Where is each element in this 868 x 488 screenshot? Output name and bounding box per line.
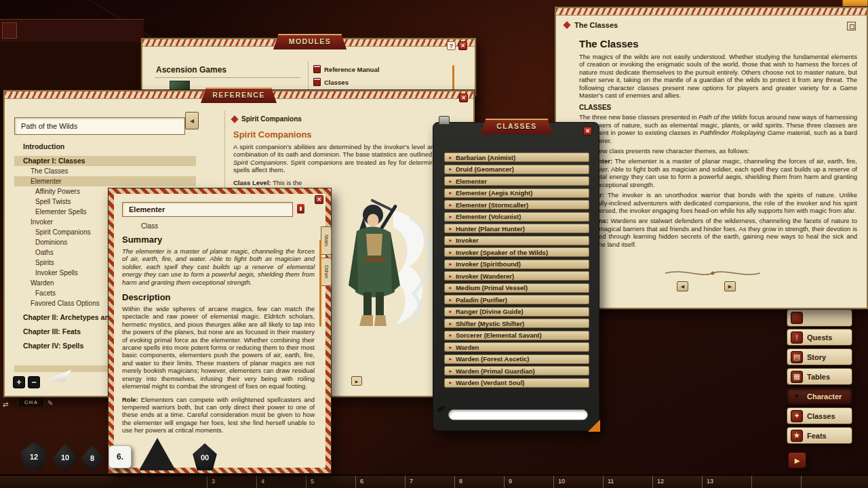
window-control-icon[interactable] xyxy=(847,22,856,30)
arrow-right-icon: ▶ xyxy=(795,457,800,464)
play-button[interactable]: ▶ xyxy=(351,376,362,386)
help-button[interactable]: ? xyxy=(447,41,456,50)
hotkey-slot[interactable]: 11 xyxy=(603,476,652,488)
class-list-item[interactable]: ►Warden (Forest Ascetic) xyxy=(444,354,589,364)
class-list-item[interactable]: ►Barbarian (Animist) xyxy=(444,152,589,162)
link-arrow-icon: ► xyxy=(448,214,453,219)
book-title-box[interactable]: Path of the Wilds xyxy=(14,117,185,135)
pencil-icon[interactable]: ✎ xyxy=(47,399,53,407)
hotkey-slot[interactable]: 4 xyxy=(256,476,306,488)
module-item[interactable]: Reference Manual xyxy=(313,65,379,73)
link-arrow-icon: ► xyxy=(448,321,453,326)
zoom-out-button[interactable]: − xyxy=(28,376,40,388)
record-title-box[interactable]: Elementer xyxy=(122,202,293,217)
class-list-item-label: Invoker (Wanderer) xyxy=(456,272,514,280)
sidebar-item-quests[interactable]: !Quests xyxy=(787,329,852,346)
scrollbar[interactable] xyxy=(452,65,454,92)
hotkey-slot[interactable]: 13 xyxy=(702,476,751,488)
module-item[interactable]: Classes xyxy=(313,78,349,86)
class-list-item[interactable]: ►Ranger (Divine Guide) xyxy=(444,307,589,317)
link-arrow-icon: ► xyxy=(448,274,453,279)
elementer-window[interactable]: ✕ Elementer Class Main Other Summary The… xyxy=(108,188,331,473)
swap-arrows-icon[interactable]: ⇄ xyxy=(3,401,8,408)
class-list-item[interactable]: ►Invoker (Spiritbound) xyxy=(444,260,589,269)
collapse-sidebar-button[interactable]: ◀ xyxy=(185,112,199,129)
hotkey-number: 7 xyxy=(410,478,413,485)
d6-die[interactable]: 6. xyxy=(108,445,132,468)
class-list-item[interactable]: ►Invoker xyxy=(444,236,589,245)
lock-icon[interactable] xyxy=(297,204,304,214)
class-list-item[interactable]: ►Druid (Geomancer) xyxy=(444,165,589,174)
class-list-item-label: Shifter (Mystic Shifter) xyxy=(456,320,524,327)
hotkey-slot[interactable]: 9 xyxy=(504,476,553,488)
sidebar-more-button[interactable]: ▶ xyxy=(788,452,806,468)
d4-die[interactable] xyxy=(139,438,176,472)
link-arrow-icon: ► xyxy=(448,167,453,171)
module-thumbnail[interactable] xyxy=(170,81,190,91)
scrollbar[interactable] xyxy=(319,240,321,327)
class-list-item[interactable]: ►Elementer (Aegis Knight) xyxy=(444,188,589,198)
sidebar-item-character[interactable]: ▼Character xyxy=(787,388,852,405)
hotkey-slot[interactable] xyxy=(751,476,801,488)
link-arrow-icon: ► xyxy=(448,309,453,314)
classes-list-window[interactable]: CLASSES ✕ ►Barbarian (Animist) ►Druid (G… xyxy=(433,122,599,431)
the-classes-window[interactable]: The Classes The Classes The magics of th… xyxy=(555,7,868,309)
nav-item-introduction[interactable]: Introduction xyxy=(14,142,196,152)
d8-die[interactable]: 8 xyxy=(80,445,104,472)
close-icon[interactable]: ✕ xyxy=(583,127,592,136)
page-next-button[interactable]: ▶ xyxy=(724,281,736,291)
close-icon[interactable]: ✕ xyxy=(459,94,468,102)
nav-item-chapter-1[interactable]: Chapter I: Classes xyxy=(14,156,196,166)
class-list-item[interactable]: ►Warden (Verdant Soul) xyxy=(444,378,589,388)
page-prev-button[interactable]: ◀ xyxy=(677,281,688,291)
class-list-item[interactable]: ►Medium (Primal Vessel) xyxy=(444,283,589,293)
hotkey-slot[interactable]: 12 xyxy=(652,476,702,488)
tab-main[interactable]: Main xyxy=(321,226,332,255)
sidebar-item-classes[interactable]: ✦Classes xyxy=(787,407,852,424)
sidebar-item-hidden[interactable] xyxy=(787,309,852,327)
class-list-item[interactable]: ►Hunter (Planar Hunter) xyxy=(444,224,589,233)
class-list-item[interactable]: ►Warden xyxy=(444,342,589,352)
close-icon[interactable]: ✕ xyxy=(458,41,467,50)
chat-window-tab[interactable]: CHA xyxy=(18,396,45,407)
d10-die[interactable]: 10 xyxy=(52,443,79,472)
modules-window[interactable]: MODULES ? ✕ Ascension Games Reference Ma… xyxy=(141,38,476,96)
class-list-item[interactable]: ►Elementer (Stormcaller) xyxy=(444,200,589,209)
tab-other[interactable]: Other xyxy=(321,258,332,286)
hotkey-slot[interactable]: 5 xyxy=(306,476,355,488)
d100-die[interactable]: 00 xyxy=(192,443,218,472)
book-title: Path of the Wilds xyxy=(21,122,77,130)
window-titlebar[interactable]: The Classes xyxy=(564,21,618,29)
sidebar-item-feats[interactable]: ★Feats xyxy=(787,427,852,444)
link-arrow-icon: ► xyxy=(448,333,453,338)
zoom-in-button[interactable]: + xyxy=(13,376,25,388)
close-icon[interactable]: ✕ xyxy=(315,195,323,204)
hotkey-slot[interactable]: 10 xyxy=(553,476,603,488)
class-list-item[interactable]: ►Warden (Primal Guardian) xyxy=(444,366,589,375)
hotkey-slot[interactable] xyxy=(801,476,850,488)
class-list-item[interactable]: ►Shifter (Mystic Shifter) xyxy=(444,319,589,328)
hotkey-number: 4 xyxy=(261,478,264,485)
nav-item-selected[interactable]: Elementer xyxy=(14,176,196,186)
class-list-item[interactable]: ►Elementer (Volcanist) xyxy=(444,212,589,222)
hotkey-slot[interactable]: 8 xyxy=(454,476,504,488)
class-list-item[interactable]: ►Sorcerer (Elemental Savant) xyxy=(444,331,589,340)
sidebar-item-tables[interactable]: ▦Tables xyxy=(787,368,852,385)
class-list-item[interactable]: ►Invoker (Speaker of the Wilds) xyxy=(444,247,589,257)
d12-die[interactable]: 12 xyxy=(19,442,49,472)
sidebar-item-story[interactable]: ▤Story xyxy=(787,348,852,365)
classes-banner[interactable]: CLASSES xyxy=(481,119,553,134)
hotkey-slot[interactable]: 6 xyxy=(355,476,405,488)
class-list-item[interactable]: ►Elementer xyxy=(444,176,589,186)
hotkey-slot[interactable]: 3 xyxy=(207,476,256,488)
window-control-icon[interactable] xyxy=(439,116,450,125)
link-arrow-icon: ► xyxy=(448,298,453,302)
hotkey-slot[interactable]: 7 xyxy=(405,476,454,488)
reference-banner[interactable]: REFERENCE xyxy=(201,87,277,103)
modules-banner[interactable]: MODULES xyxy=(273,34,347,49)
class-filter-input[interactable] xyxy=(448,409,588,420)
class-list-item[interactable]: ►Paladin (Purifier) xyxy=(444,295,589,304)
class-list-item[interactable]: ►Invoker (Wanderer) xyxy=(444,271,589,281)
page-titlebar[interactable]: Spirit Companions xyxy=(232,115,302,123)
nav-item[interactable]: The Classes xyxy=(14,166,196,176)
